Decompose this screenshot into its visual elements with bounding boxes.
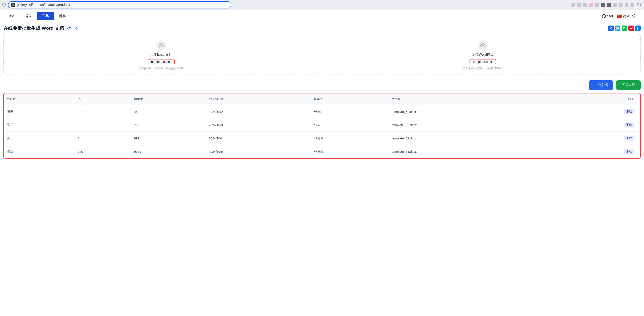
cell-id: 99 [75, 118, 131, 132]
browser-chrome: AI 新启 [0, 0, 644, 10]
tab-thumb-icon[interactable] [619, 3, 622, 7]
download-all-button[interactable]: 下载全部 [616, 80, 641, 90]
upload-excel-hint: 仅支持.xlsx/.xls文件，且不超过50MB [139, 67, 184, 70]
cell-sendtime: 2024/10/4 [206, 132, 311, 145]
cell-title: 张三 [4, 118, 75, 132]
cell-filename: template_54.docx [389, 145, 544, 158]
cell-status: 下载 [544, 145, 640, 158]
col-header-sendtime: SENDTIME [206, 94, 311, 105]
cell-title: 张三 [4, 105, 75, 118]
chevron-down-icon [638, 15, 641, 18]
github-star-link[interactable]: Star [602, 14, 613, 18]
cell-price: 78 [131, 118, 206, 132]
cell-title: 张三 [4, 132, 75, 145]
upload-word-hint: 仅支持.docx文件，且不超过50MB [462, 67, 503, 70]
col-header-filename: 文件名 [389, 94, 544, 105]
site-favicon-icon: AI [11, 3, 15, 7]
generate-docs-button[interactable]: 生成文档 [589, 80, 613, 90]
cell-name: 张先生 [311, 145, 389, 158]
url-input[interactable] [17, 3, 228, 7]
browser-tabstrip: 新启 [233, 3, 642, 7]
nav-right: Star 简体中文 [602, 14, 641, 18]
nav-item-games[interactable]: 游戏 [3, 12, 20, 20]
download-row-button[interactable]: 下载 [624, 136, 634, 141]
upload-excel-title: 上传Excel文件 [150, 53, 172, 57]
page-heading-row: 在线免费批量生成 Word 文档 [0, 23, 644, 33]
cell-status: 下载 [544, 132, 640, 145]
nav-left: 游戏 算法 工具 博客 [3, 12, 71, 20]
tab-thumb-icon[interactable] [595, 3, 599, 7]
tab-thumb-icon[interactable] [578, 3, 581, 7]
tab-thumb-icon[interactable] [624, 3, 628, 7]
flag-cn-icon [617, 15, 622, 18]
cloud-upload-icon [156, 40, 166, 51]
upload-word-title: 上传Word模板 [472, 53, 494, 57]
language-switcher[interactable]: 简体中文 [617, 14, 641, 18]
table-row: 张三88452024/10/2张先生template_51.docx下载 [4, 105, 640, 118]
twitter-icon[interactable] [615, 26, 620, 31]
download-row-button[interactable]: 下载 [624, 149, 634, 154]
col-header-name: NAME [311, 94, 389, 105]
cell-filename: template_53.docx [389, 132, 544, 145]
svg-point-5 [630, 28, 632, 29]
share-icons [608, 26, 641, 31]
cell-price: 9999 [131, 145, 206, 158]
tab-thumb-icon[interactable] [572, 3, 575, 7]
back-arrow-icon[interactable] [74, 26, 79, 31]
wechat-icon[interactable] [622, 26, 627, 31]
cell-sendtime: 2024/10/3 [206, 118, 311, 132]
cell-price: 899 [131, 132, 206, 145]
tab-thumb-icon[interactable] [583, 3, 587, 7]
download-row-button[interactable]: 下载 [624, 123, 634, 127]
svg-point-4 [624, 28, 626, 29]
tab-thumb-icon[interactable] [589, 3, 593, 7]
cell-id: 0 [75, 132, 131, 145]
col-header-id: ID [75, 94, 131, 105]
page-title: 在线免费批量生成 Word 文档 [3, 25, 64, 32]
upload-row: 上传Excel文件 batchdata.xlsx 仅支持.xlsx/.xls文件… [0, 33, 644, 75]
download-row-button[interactable]: 下载 [624, 109, 634, 114]
table-row: 张三99782024/10/3张先生template_52.docx下载 [4, 118, 640, 132]
home-icon[interactable] [2, 3, 6, 7]
upload-excel-panel[interactable]: 上传Excel文件 batchdata.xlsx 仅支持.xlsx/.xls文件… [3, 34, 319, 75]
cell-name: 张先生 [311, 132, 389, 145]
cell-sendtime: 2024/10/5 [206, 145, 311, 158]
cell-filename: template_51.docx [389, 105, 544, 118]
cell-name: 张先生 [311, 105, 389, 118]
tab-thumb-icon[interactable] [607, 3, 611, 7]
weibo-icon[interactable] [628, 26, 634, 31]
github-icon [602, 14, 606, 18]
upload-word-panel[interactable]: 上传Word模板 template.docx 仅支持.docx文件，且不超过50… [325, 34, 641, 75]
tab-thumb-icon[interactable] [601, 3, 605, 7]
tab-thumb-icon[interactable] [630, 3, 634, 7]
cell-sendtime: 2024/10/2 [206, 105, 311, 118]
cloud-upload-icon [478, 40, 488, 51]
language-label: 简体中文 [623, 14, 636, 18]
tab-thumb-icon[interactable] [613, 3, 616, 7]
actions-row: 生成文档 下载全部 [0, 75, 644, 93]
site-navbar: 游戏 算法 工具 博客 Star 简体中文 [0, 10, 644, 23]
word-filename-chip: template.docx [470, 59, 496, 64]
cell-name: 张先生 [311, 118, 389, 132]
code-icon[interactable] [67, 26, 72, 31]
nav-item-tools[interactable]: 工具 [37, 12, 54, 20]
cell-status: 下载 [544, 118, 640, 132]
url-bar[interactable]: AI [8, 1, 232, 9]
nav-item-algorithms[interactable]: 算法 [20, 12, 37, 20]
table-row: 张三12099992024/10/5张先生template_54.docx下载 [4, 145, 640, 158]
cell-status: 下载 [544, 105, 640, 118]
star-label: Star [607, 14, 613, 18]
results-table: TITLE ID PRICE SENDTIME NAME 文件名 状态 张三88… [4, 94, 640, 158]
table-row: 张三08992024/10/4张先生template_53.docx下载 [4, 132, 640, 145]
facebook-icon[interactable] [635, 26, 641, 31]
table-header-row: TITLE ID PRICE SENDTIME NAME 文件名 状态 [4, 94, 640, 105]
results-table-container: TITLE ID PRICE SENDTIME NAME 文件名 状态 张三88… [3, 93, 641, 159]
heading-left: 在线免费批量生成 Word 文档 [3, 25, 79, 32]
share-generic-icon[interactable] [608, 26, 614, 31]
cell-title: 张三 [4, 145, 75, 158]
cell-price: 45 [131, 105, 206, 118]
col-header-status: 状态 [544, 94, 640, 105]
col-header-title: TITLE [4, 94, 75, 105]
nav-item-blog[interactable]: 博客 [54, 12, 71, 20]
new-window-hint: 新启 [636, 3, 642, 7]
